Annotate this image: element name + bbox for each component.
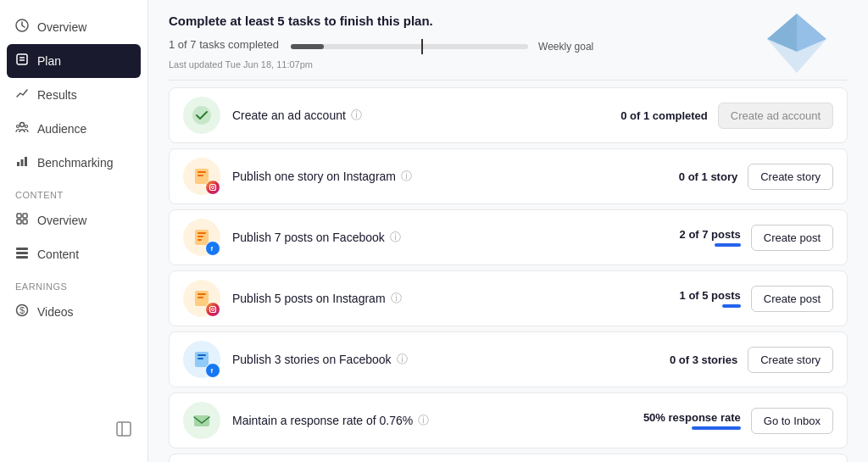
svg-rect-9 [25,157,27,166]
svg-point-6 [25,125,28,128]
sidebar-item-benchmarking[interactable]: Benchmarking [0,146,147,180]
svg-rect-34 [198,239,202,241]
progress-bar-container: Weekly goal [291,41,593,53]
overview-icon [15,19,29,36]
svg-point-29 [212,186,214,189]
svg-point-24 [192,106,211,125]
instagram-badge-post [205,302,220,317]
instagram-badge-story [205,180,220,195]
task-label-response-rate: Maintain a response rate of 0.76% ⓘ [232,413,643,428]
table-row: Publish one story on Instagram ⓘ 0 of 1 … [169,148,848,204]
table-row: Visit Insights ⓘ ✓ Completed [169,454,848,462]
plan-header-title: Complete at least 5 tasks to finish this… [169,14,593,28]
task-status-post-fb: 2 of 7 posts [648,228,741,247]
svg-rect-19 [117,422,131,436]
svg-rect-11 [23,214,27,218]
sidebar-item-videos-label: Videos [37,305,74,319]
svg-point-5 [17,125,19,128]
svg-rect-13 [23,220,27,224]
table-row: f Publish 3 stories on Facebook ⓘ 0 of 3… [169,331,848,387]
task-label-post-ig: Publish 5 posts on Instagram ⓘ [232,291,648,306]
task-label-post-fb: Publish 7 posts on Facebook ⓘ [232,230,648,245]
info-icon-response-rate[interactable]: ⓘ [418,413,429,428]
weekly-goal-label: Weekly goal [538,41,593,53]
task-status-post-ig: 1 of 5 posts [648,289,741,308]
table-row: Create an ad account ⓘ 0 of 1 completed … [169,87,848,143]
svg-rect-37 [198,293,206,295]
svg-rect-1 [17,54,27,64]
svg-rect-46 [194,415,209,426]
task-status-story-ig: 0 of 1 story [644,170,737,183]
task-icon-post-ig [183,280,220,317]
create-story-ig-button[interactable]: Create story [748,164,833,190]
svg-rect-44 [198,358,203,359]
sidebar-item-audience[interactable]: Audience [0,112,147,146]
sidebar-item-audience-label: Audience [37,122,86,136]
svg-rect-26 [198,171,206,173]
sidebar-item-plan-label: Plan [37,54,61,68]
task-status-response-rate: 50% response rate [643,411,741,430]
svg-point-40 [212,309,214,311]
sidebar-item-overview[interactable]: Overview [0,10,147,44]
progress-marker [421,39,423,54]
info-icon-story-fb[interactable]: ⓘ [397,352,408,367]
progress-track [291,44,528,49]
task-icon-post-fb: f [183,219,220,256]
svg-rect-43 [198,354,206,356]
c-overview-icon [15,212,29,229]
svg-text:f: f [211,245,214,253]
progress-bar-post-ig [722,304,741,308]
create-ad-account-button[interactable]: Create ad account [718,103,833,129]
content-icon [15,246,29,263]
header-section: Complete at least 5 tasks to finish this… [169,0,848,81]
svg-rect-27 [198,175,203,176]
sidebar-item-results[interactable]: Results [0,78,147,112]
task-label-ad-account: Create an ad account ⓘ [232,108,615,123]
svg-rect-7 [17,162,19,166]
svg-rect-14 [16,248,28,250]
table-row: Publish 5 posts on Instagram ⓘ 1 of 5 po… [169,270,848,326]
info-icon-post-fb[interactable]: ⓘ [390,230,401,245]
info-icon-post-ig[interactable]: ⓘ [391,291,402,306]
facebook-badge-story: f [205,363,220,378]
svg-point-41 [214,307,215,308]
info-icon-story-ig[interactable]: ⓘ [401,169,412,184]
plan-illustration [763,9,831,77]
task-status-ad-account: 0 of 1 completed [615,109,708,122]
svg-rect-33 [198,236,203,237]
tasks-completed-text: 1 of 7 tasks completed [169,38,279,51]
sidebar-item-overview-label: Overview [37,20,86,34]
task-label-story-ig: Publish one story on Instagram ⓘ [232,169,644,184]
svg-rect-8 [21,159,24,166]
videos-icon: $ [15,303,29,320]
header-left: Complete at least 5 tasks to finish this… [169,14,593,70]
benchmarking-icon [15,154,29,171]
create-post-ig-button[interactable]: Create post [751,286,833,312]
sidebar-item-results-label: Results [37,88,77,102]
task-icon-story-fb: f [183,341,220,378]
sidebar-item-plan[interactable]: Plan [7,44,141,78]
sidebar-item-content[interactable]: Content [0,237,147,271]
sidebar-item-videos[interactable]: $ Videos [0,295,147,329]
go-to-inbox-button[interactable]: Go to Inbox [751,408,833,434]
create-story-fb-button[interactable]: Create story [748,347,833,373]
svg-rect-10 [17,214,21,218]
svg-point-30 [214,185,215,186]
earnings-section-label: Earnings [0,271,147,295]
task-icon-story-ig [183,158,220,195]
sidebar-item-c-overview[interactable]: Overview [0,203,147,237]
svg-rect-15 [16,252,28,254]
task-status-story-fb: 0 of 3 stories [644,353,737,366]
svg-rect-12 [17,220,21,224]
info-icon-ad-account[interactable]: ⓘ [351,108,362,123]
progress-bar-response-rate [692,426,740,430]
sidebar-collapse-button[interactable] [115,420,132,442]
main-content: Complete at least 5 tasks to finish this… [148,0,868,462]
sidebar-item-c-overview-label: Overview [37,214,86,227]
last-updated-text: Last updated Tue Jun 18, 11:07pm [169,59,593,70]
sidebar-bottom [0,410,147,452]
plan-icon [15,53,29,70]
svg-text:$: $ [19,305,25,315]
create-post-fb-button[interactable]: Create post [751,225,833,251]
svg-point-4 [20,123,25,127]
